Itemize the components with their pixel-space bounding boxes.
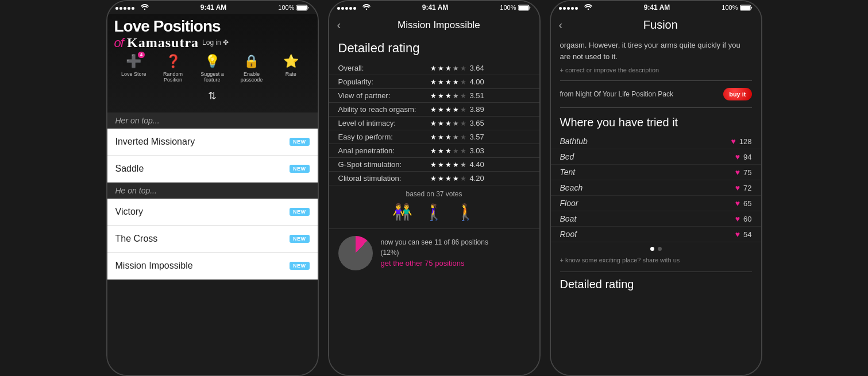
rating-row: Anal penetration:★★★★★3.03 [329,144,539,158]
nav-rate[interactable]: ⭐ Rate [271,54,310,77]
stars: ★★★★★ [430,147,466,155]
share-text[interactable]: + know some exciting place? share with u… [551,255,761,269]
rating-row: Ability to reach orgasm:★★★★★3.89 [329,103,539,117]
place-row[interactable]: Bed♥94 [551,149,761,165]
dot-active [650,247,654,251]
description-text: orgasm. However, it tires your arms quit… [551,36,761,65]
list-item[interactable]: The Cross NEW [107,226,318,253]
signal-dots [115,4,149,11]
rating-label: Anal penetration: [338,146,430,155]
star-icon: ★ [453,92,459,100]
rating-label: G-Spot stimulation: [338,160,430,169]
place-row[interactable]: Beach♥72 [551,180,761,196]
place-count: 94 [743,153,751,161]
rating-row: Clitoral stimulation:★★★★★4.20 [329,172,539,185]
woman-icon: 🚶‍♀️ [424,203,444,222]
love-store-icon: ➕ 4 [126,54,141,69]
nav-rate-label: Rate [286,71,296,77]
star-icon: ★ [460,78,466,86]
pie-chart [338,236,373,270]
nav-random-position[interactable]: ❓ Random Position [153,54,192,83]
star-icon: ★ [460,106,466,114]
phone1-content: Love Positions of Kamasutra Log in ✤ ➕ 4 [107,14,318,376]
rating-value: 3.64 [470,64,484,72]
star-icon: ★ [430,175,437,183]
login-row[interactable]: Log in ✤ [202,38,229,46]
pie-section: now you can see 11 of 86 positions (12%)… [329,228,539,277]
list-item[interactable]: Saddle NEW [107,156,318,183]
place-count-container: ♥75 [735,168,752,177]
status-bar-3: 9:41 AM 100% [551,1,761,14]
rating-value: 3.57 [470,133,484,141]
heart-icon: ♥ [731,137,735,146]
star-icon: ★ [445,106,452,114]
login-text[interactable]: Log in ✤ [202,38,229,46]
place-count-container: ♥60 [735,214,752,223]
star-icon: ★ [430,147,437,155]
heart-icon: ♥ [735,152,740,161]
rating-value: 4.00 [470,77,484,86]
star-icon: ★ [460,92,466,100]
phone2-content: ‹ Mission Impossible Detailed rating Ove… [329,14,539,376]
back-button-3[interactable]: ‹ [559,18,563,32]
divider-3 [560,272,752,272]
place-name: Boat [560,214,577,223]
star-icon: ★ [445,119,452,127]
star-icon: ★ [453,147,459,155]
star-icon: ★ [438,106,444,114]
star-icon: ★ [445,175,452,183]
figures-row: 👫 🚶‍♀️ 🚶 [329,200,539,228]
place-name: Tent [560,168,576,177]
phone3-content: ‹ Fusion orgasm. However, it tires your … [551,14,761,376]
place-row[interactable]: Tent♥75 [551,165,761,180]
place-row[interactable]: Roof♥54 [551,227,761,242]
man-icon: 🚶 [456,203,476,222]
nav-suggest-feature[interactable]: 💡 Suggest a feature [192,54,232,83]
place-row[interactable]: Bathtub♥128 [551,134,761,149]
suggest-icon: 💡 [205,54,220,69]
list-item[interactable]: Inverted Missionary NEW [107,129,318,156]
back-button-2[interactable]: ‹ [337,18,341,32]
places-list: Bathtub♥128Bed♥94Tent♥75Beach♥72Floor♥65… [551,134,761,242]
svg-rect-5 [519,6,528,10]
place-count: 60 [743,215,751,223]
new-badge-saddle: NEW [290,165,310,173]
star-icon: ★ [438,78,444,86]
nav-icons: ➕ 4 Love Store ❓ Random Position 💡 Sugge… [114,54,311,87]
nav-enable-passcode[interactable]: 🔒 Enable passcode [232,54,271,83]
place-name: Beach [560,183,583,192]
place-count-container: ♥128 [731,137,751,146]
rating-label: Popularity: [338,77,430,86]
stars: ★★★★★ [430,106,466,114]
place-row[interactable]: Boat♥60 [551,211,761,227]
star-icon: ★ [453,175,459,183]
nav-love-store[interactable]: ➕ 4 Love Store [114,54,153,77]
battery-percent-1: 100% [278,4,294,11]
rating-row: View of partner:★★★★★3.51 [329,89,539,103]
random-position-icon: ❓ [165,54,181,69]
rating-row: Popularity:★★★★★4.00 [329,75,539,89]
section-he-on-top: He on top... [107,183,318,199]
rating-label: View of partner: [338,91,430,100]
place-count: 72 [743,184,751,192]
pack-row: from Night Of Your Life Position Pack bu… [551,83,761,105]
rate-icon: ⭐ [283,54,299,69]
nav-suggest-label: Suggest a feature [200,71,224,83]
list-item[interactable]: Victory NEW [107,199,318,226]
stars: ★★★★★ [430,92,466,100]
star-icon: ★ [438,64,444,72]
place-row[interactable]: Floor♥65 [551,196,761,211]
rating-label: Ability to reach orgasm: [338,105,430,114]
sort-icon[interactable]: ⇅ [114,87,311,107]
status-time-1: 9:41 AM [200,3,227,11]
stars: ★★★★★ [430,119,466,127]
couple-icon: 👫 [392,203,412,222]
buy-button[interactable]: buy it [723,88,751,100]
rating-row: Overall:★★★★★3.64 [329,61,539,75]
stars: ★★★★★ [430,161,466,169]
list-item[interactable]: Mission Impossible NEW [107,253,318,280]
phone2-nav-bar: ‹ Mission Impossible [329,14,539,36]
pie-link[interactable]: get the other 75 positions [381,258,488,269]
status-right-3: 100% [722,4,753,11]
correct-link[interactable]: + correct or improve the description [551,65,761,78]
